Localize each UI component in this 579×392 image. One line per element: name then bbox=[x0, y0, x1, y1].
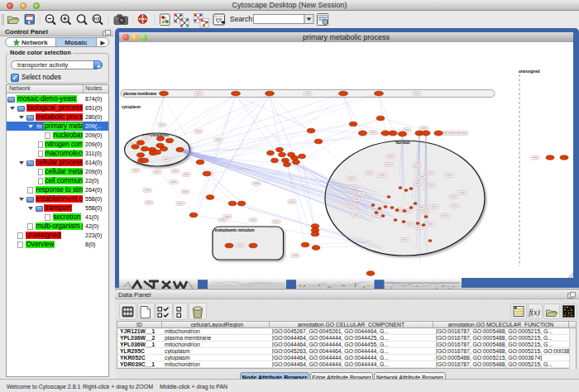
svg-text:endoplasmic reticulum: endoplasmic reticulum bbox=[215, 228, 255, 232]
svg-text:unassigned: unassigned bbox=[519, 69, 540, 74]
svg-text:f(x): f(x) bbox=[529, 308, 539, 318]
svg-text:Search:: Search: bbox=[230, 15, 254, 23]
svg-text:nucleus: nucleus bbox=[395, 141, 410, 145]
svg-text:cytoplasm: cytoplasm bbox=[122, 105, 141, 109]
svg-text:plasma membrane: plasma membrane bbox=[123, 92, 157, 96]
